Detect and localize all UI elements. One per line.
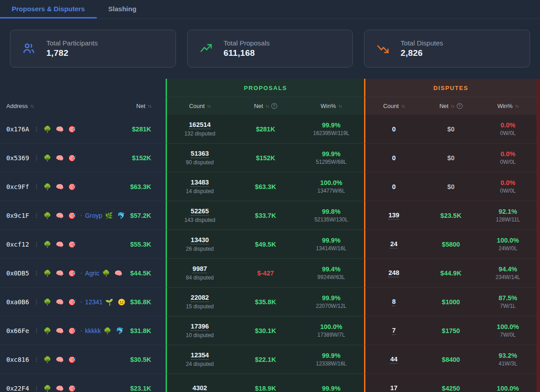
proposal-count[interactable]: 17396 — [191, 323, 209, 331]
profile-name-link[interactable]: Agric — [85, 270, 99, 277]
kebab-menu-icon[interactable]: ⋮ — [34, 385, 40, 392]
proposal-disputed-count: 15 disputed — [186, 303, 214, 310]
dispute-count[interactable]: 8 — [392, 298, 396, 306]
table-row[interactable]: 0x0DB5⋮🌳 🧠 🎯·Agric🌳 🧠$44.5K998784 disput… — [0, 259, 540, 288]
trend-down-icon — [376, 42, 390, 55]
cell-stack: $33.7K — [233, 201, 298, 230]
proposal-win-pct: 99.9% — [322, 122, 340, 129]
address-badge-emojis: 🌳 🧠 🎯 — [44, 212, 77, 219]
address-link[interactable]: 0xa0B6 — [6, 298, 29, 306]
sort-proposals-win-header[interactable]: Win% ↑↓ — [298, 97, 364, 115]
kebab-menu-icon[interactable]: ⋮ — [34, 298, 40, 305]
sort-icon: ↑↓ — [30, 104, 34, 108]
sort-disputes-count-header[interactable]: Count ↑↓ — [365, 97, 423, 115]
table-row[interactable]: 0x22F4⋮🌳 🧠 🎯$23.1K4302$18.9K99.9%17$4250… — [0, 374, 540, 392]
kebab-menu-icon[interactable]: ⋮ — [34, 212, 40, 219]
dispute-record: 41W/3L — [499, 360, 517, 367]
sort-icon: ↑↓ — [207, 104, 211, 108]
address-link[interactable]: 0x66Fe — [6, 327, 29, 334]
kebab-menu-icon[interactable]: ⋮ — [34, 327, 40, 334]
sort-proposals-count-header[interactable]: Count ↑↓ — [167, 97, 233, 115]
card-text: Total Participants 1,782 — [46, 39, 98, 58]
table-row[interactable]: 0xc816⋮🌳 🧠 🎯$30.5K1235424 disputed$22.1K… — [0, 345, 540, 374]
cell-stack: 1348314 disputed — [167, 172, 233, 201]
proposal-count[interactable]: 12354 — [191, 351, 209, 360]
proposal-count[interactable]: 51363 — [191, 150, 209, 158]
sort-icon: ↑↓ — [515, 104, 518, 108]
dispute-win-pct: 100.0% — [497, 385, 519, 392]
profile-name-link[interactable]: kkkkk — [85, 327, 101, 334]
proposal-count[interactable]: 13483 — [191, 179, 209, 187]
cell-stack: 0.0%0W/0L — [479, 144, 536, 172]
net-header-label: Net — [439, 103, 448, 109]
table-row[interactable]: 0xc9Ff⋮🌳 🧠 🎯$63.3K1348314 disputed$63.3K… — [0, 172, 540, 201]
sort-net-header[interactable]: Net ↑↓ — [136, 103, 151, 109]
cell-stack: 92.1%128W/11L — [479, 201, 536, 230]
dispute-count[interactable]: 139 — [388, 212, 399, 220]
proposal-record: 52135W/130L — [315, 216, 348, 223]
cell-stack: $22.1K — [233, 345, 298, 374]
dispute-count[interactable]: 17 — [390, 384, 397, 392]
table-row[interactable]: 0xa0B6⋮🌳 🧠 🎯·12341🌱 😐$36.8K2208215 dispu… — [0, 288, 540, 316]
cell-stack: 1343026 disputed — [167, 230, 233, 258]
address-cell: 0xc816⋮🌳 🧠 🎯$30.5K — [0, 345, 166, 374]
cell-stack: 99.9%12338W/16L — [298, 345, 364, 374]
address-link[interactable]: 0x0DB5 — [6, 270, 29, 277]
kebab-menu-icon[interactable]: ⋮ — [34, 356, 40, 363]
dispute-count[interactable]: 44 — [390, 356, 397, 364]
address-link[interactable]: 0x5369 — [6, 154, 29, 162]
address-link[interactable]: 0x176A — [6, 126, 29, 133]
address-link[interactable]: 0x22F4 — [6, 385, 29, 392]
cell-stack: 100.0%13477W/6L — [298, 172, 364, 201]
proposal-count[interactable]: 52265 — [191, 207, 209, 216]
table-row[interactable]: 0xcf12⋮🌳 🧠 🎯$55.3K1343026 disputed$49.5K… — [0, 230, 540, 259]
info-icon[interactable]: ? — [271, 103, 277, 109]
proposal-count[interactable]: 22082 — [191, 294, 209, 302]
proposal-count[interactable]: 13430 — [191, 236, 209, 244]
card-value: 1,782 — [46, 48, 98, 58]
address-link[interactable]: 0xc816 — [6, 356, 29, 363]
info-icon[interactable]: ? — [457, 103, 463, 109]
dispute-count[interactable]: 24 — [390, 240, 397, 248]
kebab-menu-icon[interactable]: ⋮ — [34, 126, 40, 132]
sort-address-header[interactable]: Address ↑↓ — [6, 103, 34, 109]
table-row[interactable]: 0x66Fe⋮🌳 🧠 🎯·kkkkk🌳 🐬$31.8K1739610 dispu… — [0, 316, 540, 345]
address-cell: 0xa0B6⋮🌳 🧠 🎯·12341🌱 😐$36.8K — [0, 288, 166, 316]
proposal-record: 51295W/68L — [316, 159, 346, 165]
sort-disputes-net-header[interactable]: Net ↑↓ ? — [423, 97, 480, 115]
cell-stack: 24 — [365, 230, 423, 258]
profile-name-link[interactable]: 12341 — [85, 298, 103, 306]
proposal-record: 9924W/63L — [317, 274, 345, 280]
address-link[interactable]: 0xc9Ff — [6, 183, 29, 190]
separator-dot: · — [80, 327, 82, 335]
dispute-count[interactable]: 248 — [388, 269, 399, 277]
proposal-net: $30.1K — [255, 327, 276, 334]
dispute-count[interactable]: 7 — [392, 327, 396, 335]
kebab-menu-icon[interactable]: ⋮ — [34, 270, 40, 276]
sort-disputes-win-header[interactable]: Win% ↑↓ — [479, 97, 536, 115]
tab-slashing[interactable]: Slashing — [97, 0, 148, 18]
kebab-menu-icon[interactable]: ⋮ — [34, 183, 40, 190]
profile-name-emojis: 🌿 🐬 — [105, 212, 126, 219]
proposal-count[interactable]: 162514 — [189, 121, 211, 129]
cell-stack: 44 — [365, 345, 423, 374]
kebab-menu-icon[interactable]: ⋮ — [34, 241, 40, 248]
cell-stack: 5136390 disputed — [167, 144, 233, 172]
table-row[interactable]: 0x9c1F⋮🌳 🧠 🎯·Groyp🌿 🐬$57.2K52265143 disp… — [0, 201, 540, 230]
sort-icon: ↑↓ — [266, 104, 269, 108]
profile-name-link[interactable]: Groyp — [85, 212, 102, 219]
table-row[interactable]: 0x176A⋮🌳 🧠 🎯$281K162514132 disputed$281K… — [0, 115, 540, 144]
address-link[interactable]: 0x9c1F — [6, 212, 29, 219]
proposal-count[interactable]: 9987 — [193, 265, 207, 273]
dispute-count: 0 — [392, 126, 396, 133]
total-net-value: $23.1K — [130, 385, 166, 392]
kebab-menu-icon[interactable]: ⋮ — [34, 154, 40, 161]
sort-proposals-net-header[interactable]: Net ↑↓ ? — [233, 97, 298, 115]
address-link[interactable]: 0xcf12 — [6, 241, 29, 248]
table-row[interactable]: 0x5369⋮🌳 🧠 🎯$152K5136390 disputed$152K99… — [0, 144, 540, 172]
disputes-cells: 0$00.0%0W/0L — [364, 172, 540, 201]
tab-proposers-disputers[interactable]: Proposers & Disputers — [0, 0, 97, 18]
proposal-count[interactable]: 4302 — [193, 384, 207, 392]
dispute-record: 0W/0L — [500, 159, 516, 165]
proposals-cells: 998784 disputed$-42799.4%9924W/63L — [166, 259, 364, 288]
